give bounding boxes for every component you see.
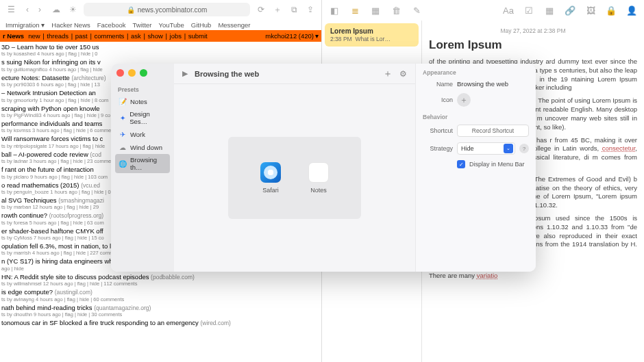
hn-story[interactable]: nath behind mind-reading tricks (quantam… (1, 304, 321, 318)
menubar-checkbox[interactable]: ✓ (457, 160, 465, 168)
browser-toolbar: ☰ ‹ › ☁ ☀ 🔒 news.ycombinator.com ⟳ ＋ ⧉ ⇪ (0, 0, 321, 19)
shortcut-canvas[interactable]: Safari Notes (174, 84, 415, 272)
shortcuts-main: ▶ Browsing the web ＋ ⚙ Safari Notes (174, 64, 415, 272)
preset-item[interactable]: ☁Wind down (115, 141, 170, 153)
note-paragraph: There are many variatio (429, 272, 637, 281)
bookmark-item[interactable]: Messenger (218, 21, 250, 29)
table-icon[interactable]: ▦ (544, 5, 555, 16)
bookmark-item[interactable]: GitHub (191, 21, 212, 29)
lock-icon: 🔒 (127, 6, 135, 14)
preset-item[interactable]: ✦Design Ses… (115, 108, 170, 127)
cloud-icon[interactable]: ☁ (51, 4, 62, 15)
view-toggle-icon[interactable]: ◧ (329, 5, 340, 16)
note-title: Lorem Ipsum (429, 38, 637, 52)
icon-picker[interactable]: ＋ (457, 93, 471, 107)
strategy-select[interactable]: Hide ⌄ (457, 142, 515, 155)
bookmark-item[interactable]: Hacker News (51, 21, 90, 29)
bookmark-item[interactable]: Facebook (97, 21, 126, 29)
trash-icon[interactable]: 🗑 (391, 5, 401, 16)
hn-story[interactable]: 3D – Learn how to tie over 150 us ts by … (1, 43, 321, 57)
note-item-title: Lorem Ipsum (330, 27, 413, 35)
name-label: Name (423, 81, 453, 88)
preset-item[interactable]: ✈Work (115, 128, 170, 140)
shortcuts-window: Presets 📝Notes✦Design Ses…✈Work☁Wind dow… (111, 64, 536, 272)
name-input[interactable] (457, 80, 529, 88)
hn-nav-jobs[interactable]: jobs (168, 32, 184, 40)
preset-label: Work (130, 131, 145, 138)
presets-label: Presets (115, 85, 170, 94)
checklist-icon[interactable]: ☑ (523, 5, 534, 16)
strategy-label: Strategy (423, 145, 453, 152)
preset-icon: ☁ (119, 143, 127, 151)
add-button[interactable]: ＋ (383, 68, 393, 80)
preset-icon: 📝 (119, 97, 127, 105)
link-icon[interactable]: 🔗 (565, 5, 575, 16)
preset-item[interactable]: 📝Notes (115, 95, 170, 107)
grid-view-icon[interactable]: ▦ (370, 5, 381, 16)
hn-nav-threads[interactable]: threads (45, 32, 71, 40)
forward-button[interactable]: › (34, 4, 45, 15)
share-icon[interactable]: ⇪ (305, 4, 316, 15)
reload-icon[interactable]: ⟳ (256, 4, 267, 15)
hn-nav-comments[interactable]: comments (92, 32, 126, 40)
help-icon[interactable]: ? (519, 144, 529, 153)
preset-icon: 🌐 (119, 159, 127, 168)
hn-user[interactable]: mkchoi212 (420) (265, 32, 314, 40)
bookmarks-bar: Immigration ▾Hacker NewsFacebookTwitterY… (0, 19, 321, 30)
photo-icon[interactable]: 🖼 (585, 5, 596, 16)
note-item-subtitle: 2:38 PM What is Lor… (330, 36, 413, 42)
hn-story[interactable]: tonomous car in SF blocked a fire truck … (1, 319, 321, 326)
note-date: May 27, 2022 at 2:38 PM (429, 27, 637, 34)
bookmark-item[interactable]: Immigration ▾ (5, 21, 45, 29)
app-label: Safari (262, 187, 279, 194)
record-shortcut-button[interactable]: Record Shortcut (457, 125, 529, 137)
settings-icon[interactable]: ⚙ (399, 69, 407, 79)
behavior-section: Behavior (423, 114, 529, 120)
shortcuts-sidebar: Presets 📝Notes✦Design Ses…✈Work☁Wind dow… (111, 64, 174, 272)
hn-nav-ask[interactable]: ask (129, 32, 143, 40)
hn-brand: r News (3, 32, 24, 40)
zoom-button[interactable] (140, 69, 147, 77)
safari-icon (260, 162, 281, 183)
preset-label: Browsing th… (130, 156, 166, 171)
hn-nav-past[interactable]: past (73, 32, 89, 40)
format-icon[interactable]: Aa (503, 5, 514, 16)
app-notes[interactable]: Notes (308, 162, 329, 194)
icon-label: Icon (423, 96, 453, 103)
new-tab-icon[interactable]: ＋ (272, 4, 283, 15)
preset-label: Design Ses… (129, 110, 166, 125)
bookmark-item[interactable]: YouTube (158, 21, 184, 29)
hn-story[interactable]: is edge compute? (austingil.com)ts by av… (1, 288, 321, 302)
tabs-icon[interactable]: ⧉ (288, 4, 299, 15)
window-controls (115, 69, 170, 77)
hn-header: r News new | threads | past | comments |… (0, 30, 321, 42)
app-stage: Safari Notes (228, 137, 361, 219)
appearance-icon[interactable]: ☀ (67, 4, 78, 15)
preset-item[interactable]: 🌐Browsing th… (115, 154, 170, 173)
compose-icon[interactable]: ✎ (411, 5, 422, 16)
list-view-icon[interactable]: ≣ (349, 5, 360, 16)
shortcut-inspector: Appearance Name Icon ＋ Behavior Shortcut… (415, 64, 536, 272)
hn-story[interactable]: HN: A Reddit style site to discuss podca… (1, 273, 321, 287)
hn-story-meta: ts by willmahmsel 12 hours ago | flag | … (1, 281, 321, 287)
close-button[interactable] (116, 69, 124, 77)
back-button[interactable]: ‹ (22, 4, 33, 15)
collaborate-icon[interactable]: 👤 (626, 5, 637, 16)
address-text: news.ycombinator.com (138, 6, 208, 14)
play-icon[interactable]: ▶ (182, 69, 188, 78)
app-safari[interactable]: Safari (260, 162, 281, 194)
sidebar-toggle-icon[interactable]: ☰ (5, 4, 16, 15)
address-bar[interactable]: 🔒 news.ycombinator.com (84, 3, 250, 16)
hn-story-meta: ts by dnouthn 9 hours ago | flag | hide … (1, 311, 321, 318)
hn-nav-show[interactable]: show (146, 32, 164, 40)
bookmark-item[interactable]: Twitter (133, 21, 152, 29)
lock-icon[interactable]: 🔒 (606, 5, 617, 16)
preset-label: Notes (130, 98, 147, 105)
hn-nav-new[interactable]: new (28, 32, 42, 40)
hn-nav-submit[interactable]: submit (186, 32, 208, 40)
note-list-item[interactable]: Lorem Ipsum 2:38 PM What is Lor… (325, 23, 419, 47)
menubar-label: Display in Menu Bar (469, 161, 525, 168)
notes-toolbar: ◧ ≣ ▦ 🗑 ✎ Aa ☑ ▦ 🔗 🖼 🔒 👤 (322, 0, 644, 21)
shortcut-title: Browsing the web (195, 70, 259, 78)
minimize-button[interactable] (128, 69, 136, 77)
